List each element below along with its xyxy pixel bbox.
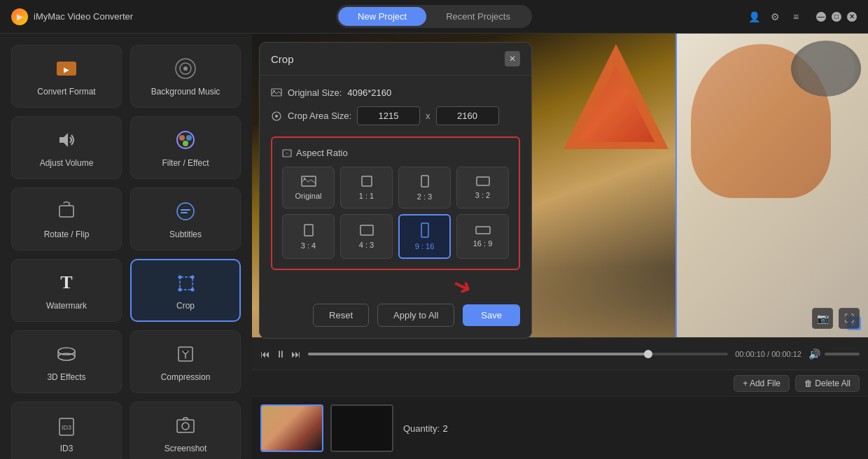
user-icon[interactable]: 👤	[748, 10, 760, 23]
rotate-flip-icon	[52, 199, 80, 224]
svg-point-14	[178, 276, 182, 279]
adjust-volume-label: Adjust Volume	[40, 158, 94, 168]
apply-to-all-button[interactable]: Apply to All	[377, 304, 454, 327]
modal-title: Crop	[271, 53, 294, 65]
watermark-label: Watermark	[46, 301, 87, 311]
fullscreen-button[interactable]: ⛶	[839, 308, 860, 329]
svg-rect-10	[59, 206, 74, 217]
svg-rect-36	[477, 177, 489, 185]
svg-point-4	[183, 66, 188, 71]
crop-height-input[interactable]	[436, 106, 499, 125]
svg-rect-38	[360, 225, 373, 235]
screenshot-label: Screenshot	[164, 444, 207, 453]
aspect-1-1[interactable]: 1 : 1	[340, 167, 393, 209]
time-display: 00:00:10 / 00:00:12	[735, 350, 802, 358]
sidebar: ▶ Convert Format Background Music Adjust…	[0, 34, 252, 459]
svg-text:ID3: ID3	[62, 424, 71, 431]
volume-slider[interactable]	[825, 353, 860, 355]
aspect-2-3[interactable]: 2 : 3	[398, 167, 451, 209]
recent-projects-button[interactable]: Recent Projects	[426, 7, 530, 26]
filter-effect-label: Filter / Effect	[162, 158, 209, 168]
svg-rect-35	[421, 176, 428, 187]
aspect-ratio-box: Aspect Ratio Original	[271, 136, 520, 270]
aspect-4-3[interactable]: 4 : 3	[340, 214, 393, 259]
file-manager-bar: + Add File 🗑 Delete All	[252, 369, 868, 396]
crop-width-input[interactable]	[357, 106, 420, 125]
sidebar-item-rotate-flip[interactable]: Rotate / Flip	[11, 188, 122, 250]
screenshot-preview-button[interactable]: 📷	[812, 308, 833, 329]
delete-all-button[interactable]: 🗑 Delete All	[795, 375, 860, 392]
sidebar-item-subtitles[interactable]: Subtitles	[130, 188, 241, 250]
adjust-volume-icon	[52, 127, 80, 153]
quantity-area: Quantity: 2	[400, 422, 860, 435]
svg-point-26	[182, 423, 189, 430]
convert-format-label: Convert Format	[37, 87, 95, 97]
modal-header: Crop ✕	[260, 43, 531, 76]
close-button[interactable]: ✕	[847, 12, 857, 22]
sidebar-item-watermark[interactable]: T Watermark	[11, 259, 122, 322]
modal-close-button[interactable]: ✕	[505, 51, 520, 66]
play-controls: ⏮ ⏸ ⏭	[260, 348, 301, 360]
original-size-label: Original Size:	[288, 87, 342, 98]
menu-icon[interactable]: ≡	[790, 10, 802, 23]
rotate-flip-label: Rotate / Flip	[44, 230, 90, 239]
aspect-9-16[interactable]: 9 : 16	[398, 214, 451, 259]
play-pause-button[interactable]: ⏸	[276, 348, 286, 360]
subtitles-icon	[172, 199, 200, 224]
thumbnail-1[interactable]	[260, 404, 323, 452]
aspect-3-2[interactable]: 3 : 2	[456, 167, 509, 209]
progress-fill	[308, 353, 652, 355]
new-project-button[interactable]: New Project	[338, 7, 426, 26]
volume-icon: 🔊	[808, 348, 820, 360]
thumbnail-strip: Quantity: 2	[252, 396, 868, 459]
svg-rect-40	[476, 227, 490, 234]
svg-point-7	[179, 135, 185, 141]
svg-text:▶: ▶	[64, 66, 69, 73]
aspect-1-1-icon	[360, 175, 373, 188]
app-logo: ▶	[11, 8, 28, 25]
thumbnail-2[interactable]	[330, 404, 393, 452]
settings-icon[interactable]: ⚙	[769, 10, 781, 23]
aspect-16-9[interactable]: 16 : 9	[456, 214, 509, 259]
sidebar-item-compression[interactable]: Compression	[130, 330, 241, 393]
crop-area-row: Crop Area Size: x	[271, 106, 520, 125]
nav-buttons: New Project Recent Projects	[336, 5, 532, 28]
svg-point-8	[186, 135, 192, 141]
maximize-button[interactable]: □	[832, 12, 841, 22]
aspect-3-4[interactable]: 3 : 4	[282, 214, 335, 259]
volume-area: 🔊	[808, 348, 860, 360]
aspect-16-9-icon	[475, 225, 491, 235]
original-size-row: Original Size: 4096*2160	[271, 87, 520, 98]
svg-rect-25	[177, 420, 194, 432]
background-music-icon	[172, 56, 200, 81]
aspect-original[interactable]: Original	[282, 167, 335, 209]
progress-bar[interactable]	[308, 353, 728, 355]
minimize-button[interactable]: —	[816, 12, 826, 22]
sidebar-item-filter-effect[interactable]: Filter / Effect	[130, 116, 241, 179]
main-layout: ▶ Convert Format Background Music Adjust…	[0, 34, 868, 459]
save-button[interactable]: Save	[463, 304, 520, 326]
sidebar-item-3d-effects[interactable]: 3D Effects	[11, 330, 122, 393]
skip-forward-button[interactable]: ⏭	[291, 348, 301, 360]
compression-label: Compression	[161, 372, 211, 382]
svg-point-9	[183, 141, 188, 146]
sidebar-item-adjust-volume[interactable]: Adjust Volume	[11, 116, 122, 179]
crop-modal: Crop ✕ Original Size: 4096*2160 Crop Are…	[259, 42, 532, 339]
playback-bar: ⏮ ⏸ ⏭ 00:00:10 / 00:00:12 🔊	[252, 337, 868, 369]
add-file-button[interactable]: + Add File	[734, 375, 790, 392]
svg-point-15	[191, 276, 195, 279]
reset-button[interactable]: Reset	[313, 304, 369, 327]
aspect-3-4-icon	[303, 223, 314, 237]
skip-back-button[interactable]: ⏮	[260, 348, 270, 360]
sidebar-item-convert-format[interactable]: ▶ Convert Format	[11, 45, 122, 108]
sidebar-item-crop[interactable]: Crop	[130, 259, 241, 322]
preview-controls: 📷 ⛶	[812, 308, 860, 329]
svg-point-28	[273, 90, 274, 92]
3d-effects-icon	[52, 341, 80, 367]
quantity-label: Quantity:	[403, 423, 440, 434]
svg-point-11	[177, 203, 194, 220]
aspect-4-3-icon	[359, 224, 374, 236]
sidebar-item-background-music[interactable]: Background Music	[130, 45, 241, 108]
sidebar-item-id3[interactable]: ID3 ID3	[11, 402, 122, 459]
sidebar-item-screenshot[interactable]: Screenshot	[130, 402, 241, 459]
